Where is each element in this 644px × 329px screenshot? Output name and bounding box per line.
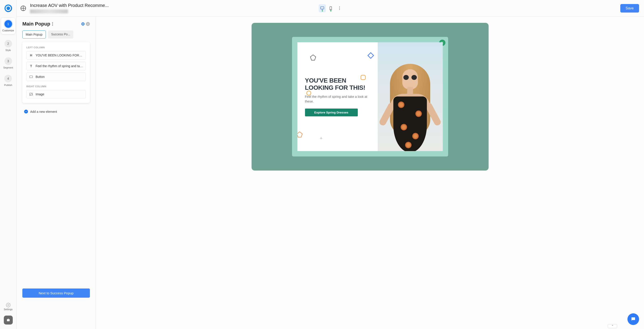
left-column-label: LEFT COLUMN	[26, 46, 86, 49]
chat-fab[interactable]	[628, 313, 639, 325]
model-illustration	[381, 57, 439, 151]
add-element-button[interactable]: + Add a new element	[22, 110, 90, 114]
popup-right-column	[378, 42, 443, 151]
collapse-button[interactable]: ⌃	[608, 324, 617, 328]
add-element-label: Add a new element	[30, 110, 57, 114]
step-publish[interactable]: 4 Publish	[4, 75, 12, 86]
app-logo	[4, 5, 12, 12]
step-customize[interactable]: 1 Customize	[1, 18, 16, 34]
panel-heading: Main Popup	[22, 21, 50, 27]
gear-icon	[6, 302, 11, 308]
device-more-menu[interactable]	[337, 6, 342, 11]
mobile-icon	[328, 6, 333, 11]
panel-more-menu[interactable]	[52, 22, 53, 26]
save-button[interactable]: Save	[620, 4, 639, 13]
campaign-subtitle-blurred	[30, 10, 68, 14]
element-label: Button	[36, 75, 44, 79]
svg-point-3	[330, 9, 331, 10]
text-icon: T	[29, 64, 33, 68]
nav-settings[interactable]: Settings	[4, 302, 13, 311]
element-heading[interactable]: H YOU'VE BEEN LOOKING FOR THIS!	[26, 51, 86, 60]
step-number: 4	[4, 75, 12, 82]
add-section-button[interactable]: +	[86, 22, 90, 26]
circle-icon	[306, 91, 311, 96]
right-column-label: RIGHT COLUMN	[26, 85, 86, 88]
next-button[interactable]: Next to Success Popup	[22, 288, 90, 298]
element-label: YOU'VE BEEN LOOKING FOR THIS!	[36, 54, 83, 57]
device-toggle-group	[319, 4, 342, 12]
element-text[interactable]: T Feel the rhythm of spring and take ...	[26, 62, 86, 70]
popup-left-column: + YOU'VE BEEN LOOKING FOR THIS! Feel the…	[298, 42, 378, 151]
briefcase-button[interactable]	[4, 315, 13, 324]
step-number: 3	[4, 57, 12, 65]
heading-icon: H	[29, 54, 33, 57]
plus-icon: +	[24, 110, 28, 114]
svg-rect-5	[368, 53, 374, 58]
header: Increase AOV with Product Recomme... Sav…	[16, 0, 644, 17]
step-label: Style	[5, 49, 11, 52]
tab-main-popup[interactable]: Main Popup	[22, 31, 46, 39]
plus-decoration-icon: +	[320, 135, 323, 141]
element-image[interactable]: Image	[26, 90, 86, 99]
step-label: Customize	[2, 29, 14, 32]
diamond-icon	[368, 52, 374, 59]
campaign-title: Increase AOV with Product Recomme...	[30, 3, 109, 8]
svg-marker-7	[298, 132, 302, 137]
step-number: 2	[4, 40, 12, 48]
element-button[interactable]: Button	[26, 73, 86, 81]
popup-tabs: Main Popup Success Po...	[22, 31, 90, 39]
button-icon	[29, 75, 33, 79]
tab-success-popup[interactable]: Success Po...	[48, 31, 74, 39]
element-label: Feel the rhythm of spring and take ...	[36, 64, 83, 68]
svg-rect-6	[361, 75, 366, 80]
device-active-dot	[322, 10, 323, 12]
pentagon-icon	[298, 131, 303, 138]
campaign-title-block: Increase AOV with Product Recomme...	[30, 3, 109, 14]
pentagon-icon	[310, 54, 316, 61]
popup-outer: ✕ + YOU'VE BEEN LOOKING FOR THIS! Feel t…	[292, 37, 448, 156]
globe-icon[interactable]	[20, 6, 26, 11]
popup-cta-button[interactable]: Explore Spring Dresses	[305, 109, 358, 116]
side-panel: Main Popup + Main Popup Success Po... LE…	[16, 17, 96, 329]
visibility-radio-icon[interactable]	[82, 22, 84, 26]
svg-rect-1	[321, 7, 324, 9]
preview-canvas: ✕ + YOU'VE BEEN LOOKING FOR THIS! Feel t…	[96, 17, 644, 329]
elements-card: LEFT COLUMN H YOU'VE BEEN LOOKING FOR TH…	[22, 42, 90, 103]
svg-marker-4	[310, 55, 316, 60]
element-label: Image	[36, 92, 44, 96]
rounded-square-icon	[360, 75, 366, 80]
svg-point-0	[8, 304, 9, 306]
step-label: Segment	[3, 66, 13, 69]
step-style[interactable]: 2 Style	[4, 40, 12, 52]
chevron-up-icon: ⌃	[611, 324, 614, 328]
desktop-icon	[320, 6, 324, 11]
briefcase-icon	[6, 318, 10, 322]
device-active-dot	[330, 10, 332, 12]
chat-icon	[630, 316, 636, 322]
nav-rail: 1 Customize 2 Style 3 Segment 4 Publish …	[0, 0, 16, 329]
popup-subtitle: Feel the rhythm of spring and take a loo…	[305, 95, 370, 104]
settings-label: Settings	[4, 308, 13, 311]
device-mobile[interactable]	[327, 4, 334, 12]
step-label: Publish	[4, 84, 12, 86]
step-segment[interactable]: 3 Segment	[3, 57, 13, 69]
step-number: 1	[4, 20, 12, 28]
preview-frame: ✕ + YOU'VE BEEN LOOKING FOR THIS! Feel t…	[252, 23, 488, 171]
device-desktop[interactable]	[319, 4, 326, 12]
popup-inner: + YOU'VE BEEN LOOKING FOR THIS! Feel the…	[298, 42, 443, 151]
image-icon	[29, 92, 33, 96]
